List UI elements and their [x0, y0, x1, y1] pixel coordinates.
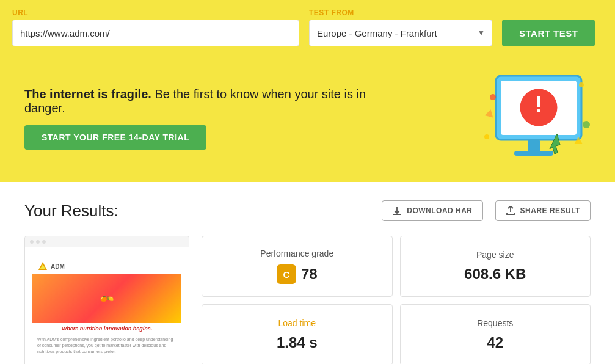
page-mock-header — [25, 236, 189, 247]
logo-text: ADM — [51, 263, 65, 270]
share-result-button[interactable]: SHARE RESULT — [495, 200, 591, 221]
banner-headline-bold: The internet is fragile. — [24, 87, 151, 101]
grade-badge: C — [277, 264, 296, 284]
banner-headline: The internet is fragile. Be the first to… — [24, 87, 391, 115]
page-mock-body: With ADM's comprehensive ingredient port… — [32, 333, 181, 358]
adm-logo-icon — [37, 261, 48, 272]
screenshot-inner: ADM 🍊🍋 Where nutrition innovation begins… — [25, 247, 189, 364]
download-har-label: DOWNLOAD HAR — [407, 206, 472, 215]
screenshot-card: ADM 🍊🍋 Where nutrition innovation begins… — [24, 236, 189, 364]
svg-text:!: ! — [535, 92, 542, 117]
page-hero-image: 🍊🍋 — [32, 274, 181, 323]
location-select[interactable]: Europe - Germany - Frankfurt USA - Virgi… — [309, 20, 492, 46]
share-result-label: SHARE RESULT — [520, 206, 580, 215]
requests-card: Requests 42 — [400, 304, 591, 364]
page-size-number: 608.6 KB — [464, 266, 526, 283]
banner-cta-button[interactable]: START YOUR FREE 14-DAY TRIAL — [24, 125, 206, 150]
monitor-svg: ! — [478, 70, 591, 167]
page-size-card: Page size 608.6 KB — [400, 236, 591, 297]
svg-point-10 — [484, 134, 489, 139]
load-time-card: Load time 1.84 s — [202, 304, 393, 364]
load-time-number: 1.84 s — [277, 334, 318, 351]
svg-rect-3 — [514, 151, 553, 156]
svg-marker-12 — [485, 108, 495, 117]
dot-2 — [36, 240, 40, 244]
test-from-field-group: Test from Europe - Germany - Frankfurt U… — [309, 9, 492, 46]
performance-grade-card: Performance grade C 78 — [202, 236, 393, 297]
test-from-label: Test from — [309, 9, 492, 17]
performance-grade-value: C 78 — [277, 264, 318, 284]
top-bar: URL Test from Europe - Germany - Frankfu… — [0, 0, 615, 55]
monitor-illustration: ! — [478, 70, 591, 167]
dot-1 — [30, 240, 34, 244]
svg-point-7 — [490, 94, 496, 100]
performance-grade-number: 78 — [301, 266, 318, 283]
requests-number: 42 — [487, 334, 503, 351]
page-mock-headline: Where nutrition innovation begins. — [32, 323, 181, 333]
metrics-grid: Performance grade C 78 Page size 608.6 K… — [202, 236, 591, 364]
svg-rect-2 — [528, 140, 540, 152]
location-select-wrapper: Europe - Germany - Frankfurt USA - Virgi… — [309, 20, 492, 46]
results-grid: ADM 🍊🍋 Where nutrition innovation begins… — [24, 236, 591, 364]
dot-3 — [42, 240, 46, 244]
page-size-label: Page size — [476, 250, 514, 260]
page-size-value: 608.6 KB — [464, 266, 526, 283]
load-time-label: Load time — [278, 318, 316, 328]
performance-grade-label: Performance grade — [260, 249, 333, 258]
results-title: Your Results: — [24, 202, 118, 220]
url-field-group: URL — [12, 9, 299, 46]
download-har-button[interactable]: DOWNLOAD HAR — [382, 200, 482, 221]
results-header: Your Results: DOWNLOAD HAR SHARE RESULT — [24, 200, 591, 221]
requests-value: 42 — [487, 334, 503, 351]
svg-point-8 — [579, 82, 584, 87]
url-input[interactable] — [12, 20, 299, 46]
url-label: URL — [12, 9, 299, 17]
start-test-button[interactable]: START TEST — [502, 20, 595, 46]
page-logo: ADM — [32, 255, 181, 274]
share-icon — [506, 206, 515, 216]
banner-content: The internet is fragile. Be the first to… — [24, 87, 478, 150]
promo-banner: The internet is fragile. Be the first to… — [0, 55, 615, 182]
requests-label: Requests — [477, 318, 513, 328]
results-section: Your Results: DOWNLOAD HAR SHARE RESULT — [0, 182, 615, 364]
svg-point-9 — [583, 121, 590, 128]
load-time-value: 1.84 s — [277, 334, 318, 351]
download-icon — [392, 206, 402, 216]
